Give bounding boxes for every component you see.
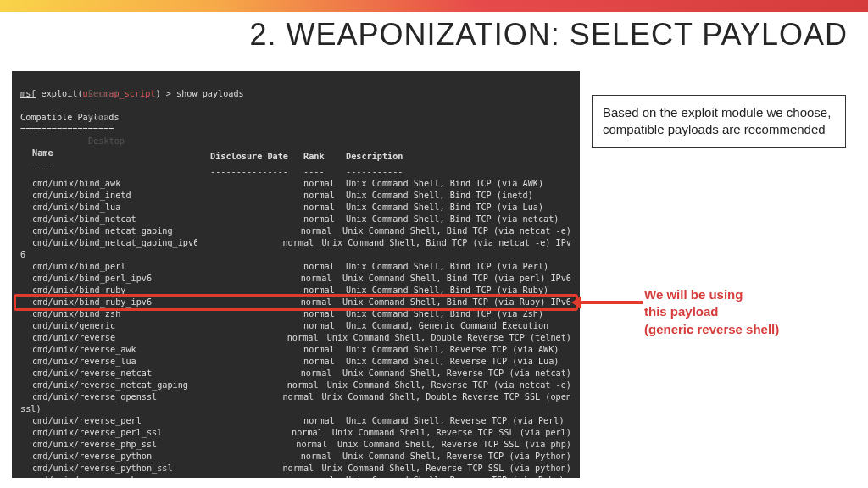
payload-row: cmd/unix/bind_perlnormalUnix Command She… xyxy=(20,261,571,273)
callout-line3: (generic reverse shell) xyxy=(644,321,856,338)
payload-row: cmd/unix/reverse_pythonnormalUnix Comman… xyxy=(20,451,571,463)
col-desc-hdr: Description xyxy=(346,151,403,163)
payload-row: cmd/unix/bind_rubynormalUnix Command She… xyxy=(20,285,571,297)
info-text: Based on the exploit module we choose, c… xyxy=(603,105,831,136)
payload-row: cmd/unix/reverse_netcatnormalUnix Comman… xyxy=(20,368,571,380)
col-name-hdr: Name xyxy=(32,147,210,159)
payload-row: cmd/unix/reverse_python_sslnormalUnix Co… xyxy=(20,463,571,474)
payload-row-wrap: 6 xyxy=(20,249,571,261)
payload-row: cmd/unix/reverse_awknormalUnix Command S… xyxy=(20,344,571,356)
prompt-exploit: exploit( xyxy=(36,89,82,98)
ghost-home: Home xyxy=(88,112,109,124)
col-date-hdr: Disclosure Date xyxy=(210,151,303,163)
col-name-dash: ---- xyxy=(32,163,210,175)
callout-line2: this payload xyxy=(644,303,856,320)
payload-row: cmd/unix/bind_perl_ipv6normalUnix Comman… xyxy=(20,273,571,285)
col-desc-dash: ----------- xyxy=(346,166,403,178)
info-box: Based on the exploit module we choose, c… xyxy=(592,95,846,148)
callout-line1: We will be using xyxy=(644,286,856,303)
accent-stripe xyxy=(0,0,868,12)
col-rank-dash: ---- xyxy=(303,166,346,178)
payload-row: cmd/unix/bind_ruby_ipv6normalUnix Comman… xyxy=(20,297,571,308)
payload-row: cmd/unix/bind_inetdnormalUnix Command Sh… xyxy=(20,190,571,202)
payload-row: cmd/unix/bind_luanormalUnix Command Shel… xyxy=(20,202,571,214)
payload-rows: cmd/unix/bind_awknormalUnix Command Shel… xyxy=(20,178,571,478)
payload-row: cmd/unix/genericnormalUnix Command, Gene… xyxy=(20,320,571,332)
slide-title: 2. WEAPONIZATION: SELECT PAYLOAD xyxy=(250,17,849,53)
payload-row-wrap: ssl) xyxy=(20,403,571,415)
callout: We will be using this payload (generic r… xyxy=(644,286,856,338)
prompt-tail: ) > show payloads xyxy=(155,89,243,98)
arrow-icon xyxy=(580,301,643,304)
payload-row: cmd/unix/bind_netcatnormalUnix Command S… xyxy=(20,214,571,225)
col-date-dash: --------------- xyxy=(210,166,303,178)
payload-row: cmd/unix/bind_netcat_gaping_ipv6normalUn… xyxy=(20,237,571,249)
ghost-recent: Recent xyxy=(88,88,120,100)
section-underline: ================== xyxy=(20,125,114,134)
payload-row: cmd/unix/reverse_php_sslnormalUnix Comma… xyxy=(20,439,571,451)
payload-row: cmd/unix/reverse_luanormalUnix Command S… xyxy=(20,356,571,368)
payload-row: cmd/unix/reverse_rubynormalUnix Command … xyxy=(20,474,571,478)
payload-row: cmd/unix/reverse_perl_sslnormalUnix Comm… xyxy=(20,427,571,439)
terminal-output: msf exploit(usermap_script) > show paylo… xyxy=(12,71,580,478)
payload-row: cmd/unix/reverse_perlnormalUnix Command … xyxy=(20,415,571,427)
payload-row: cmd/unix/reverse_netcat_gapingnormalUnix… xyxy=(20,380,571,391)
payload-row: cmd/unix/bind_netcat_gapingnormalUnix Co… xyxy=(20,225,571,237)
payload-row: cmd/unix/bind_zshnormalUnix Command Shel… xyxy=(20,308,571,320)
payload-row: cmd/unix/reversenormalUnix Command Shell… xyxy=(20,332,571,344)
prompt-msf: msf xyxy=(20,89,36,98)
payload-row: cmd/unix/bind_awknormalUnix Command Shel… xyxy=(20,178,571,190)
ghost-desktop: Desktop xyxy=(88,136,125,147)
col-rank-hdr: Rank xyxy=(303,151,346,163)
payload-row: cmd/unix/reverse_opensslnormalUnix Comma… xyxy=(20,391,571,403)
